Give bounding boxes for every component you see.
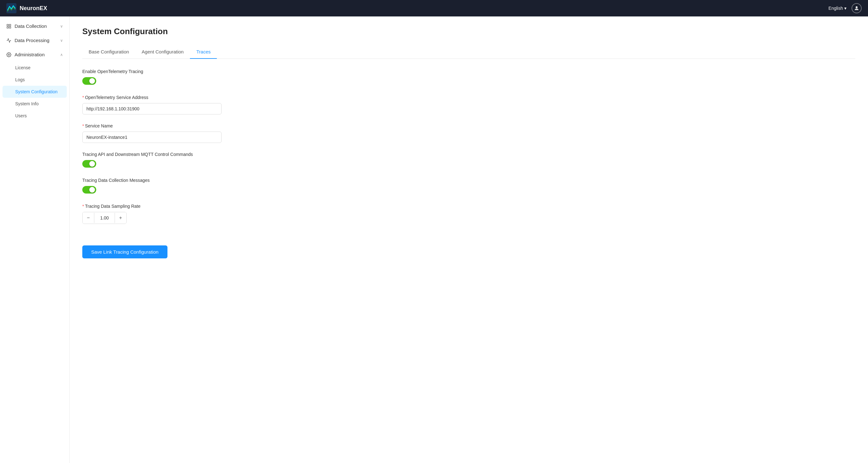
tracing-api-section: Tracing API and Downstream MQTT Control … [82,152,855,169]
user-avatar[interactable] [851,3,862,13]
sidebar-item-license[interactable]: License [0,62,69,74]
enable-tracing-label: Enable OpenTelemetry Tracing [82,69,855,74]
decrement-button[interactable]: − [83,212,94,224]
svg-point-6 [8,54,9,55]
app-name: NeuronEX [20,5,47,12]
sidebar-label-data-collection: Data Collection [14,24,47,29]
required-star-2: * [82,123,84,128]
increment-button[interactable]: + [115,212,126,224]
tab-agent-configuration[interactable]: Agent Configuration [135,45,190,59]
chevron-down-icon: ∨ [60,24,63,29]
sampling-rate-label: *Tracing Data Sampling Rate [82,204,855,209]
data-collection-icon [6,24,11,29]
tracing-data-label: Tracing Data Collection Messages [82,178,855,183]
required-star-3: * [82,204,84,209]
svg-rect-4 [7,27,8,28]
tracing-data-section: Tracing Data Collection Messages [82,178,855,195]
tab-traces[interactable]: Traces [190,45,217,59]
data-processing-icon [6,38,11,43]
tab-base-configuration[interactable]: Base Configuration [82,45,135,59]
chevron-up-icon: ∧ [60,53,63,57]
enable-tracing-section: Enable OpenTelemetry Tracing [82,69,855,86]
sidebar-sub-label-system-configuration: System Configuration [15,89,58,94]
service-name-label: *Service Name [82,123,855,128]
sidebar-sub-label-system-info: System Info [15,101,39,106]
app-header: NeuronEX English ▾ [0,0,868,16]
svg-rect-5 [9,27,11,28]
main-content: System Configuration Base Configuration … [70,16,868,463]
service-address-section: *OpenTelemetry Service Address [82,95,855,114]
logo-icon [6,3,17,13]
tracing-api-toggle[interactable] [82,160,96,168]
sidebar-item-data-processing[interactable]: Data Processing ∨ [0,33,69,47]
sidebar-sub-label-users: Users [15,113,27,118]
sidebar: Data Collection ∨ Data Processing ∨ Admi… [0,16,70,463]
save-link-tracing-button[interactable]: Save Link Tracing Configuration [82,245,167,258]
chevron-down-icon: ∨ [60,38,63,43]
tracing-api-label: Tracing API and Downstream MQTT Control … [82,152,855,157]
sidebar-sub-label-logs: Logs [15,77,25,82]
sidebar-item-logs[interactable]: Logs [0,74,69,86]
tabs: Base Configuration Agent Configuration T… [82,45,855,59]
language-label: English [829,6,843,11]
svg-rect-2 [7,24,8,26]
service-name-section: *Service Name [82,123,855,143]
language-chevron-icon: ▾ [844,6,846,11]
sidebar-item-system-configuration[interactable]: System Configuration [3,86,67,98]
logo: NeuronEX [6,3,47,13]
required-star: * [82,95,84,100]
sidebar-item-system-info[interactable]: System Info [0,98,69,110]
administration-icon [6,52,11,57]
sampling-rate-value: 1.00 [94,213,115,223]
sampling-rate-section: *Tracing Data Sampling Rate − 1.00 + [82,204,855,224]
sidebar-item-administration[interactable]: Administration ∧ [0,47,69,62]
sidebar-label-administration: Administration [14,52,44,57]
service-address-input[interactable] [82,103,222,114]
sidebar-item-users[interactable]: Users [0,110,69,122]
main-layout: Data Collection ∨ Data Processing ∨ Admi… [0,16,868,463]
service-name-input[interactable] [82,132,222,143]
tracing-data-toggle[interactable] [82,186,96,194]
enable-tracing-toggle[interactable] [82,77,96,85]
sampling-rate-stepper: − 1.00 + [82,212,127,224]
sidebar-label-data-processing: Data Processing [14,38,50,43]
header-right: English ▾ [829,3,862,13]
language-selector[interactable]: English ▾ [829,6,846,11]
user-icon [854,5,860,11]
sidebar-sub-label-license: License [15,65,30,70]
service-address-label: *OpenTelemetry Service Address [82,95,855,100]
page-title: System Configuration [82,27,855,36]
svg-point-1 [856,6,858,8]
sidebar-item-data-collection[interactable]: Data Collection ∨ [0,19,69,33]
svg-rect-3 [9,24,11,26]
